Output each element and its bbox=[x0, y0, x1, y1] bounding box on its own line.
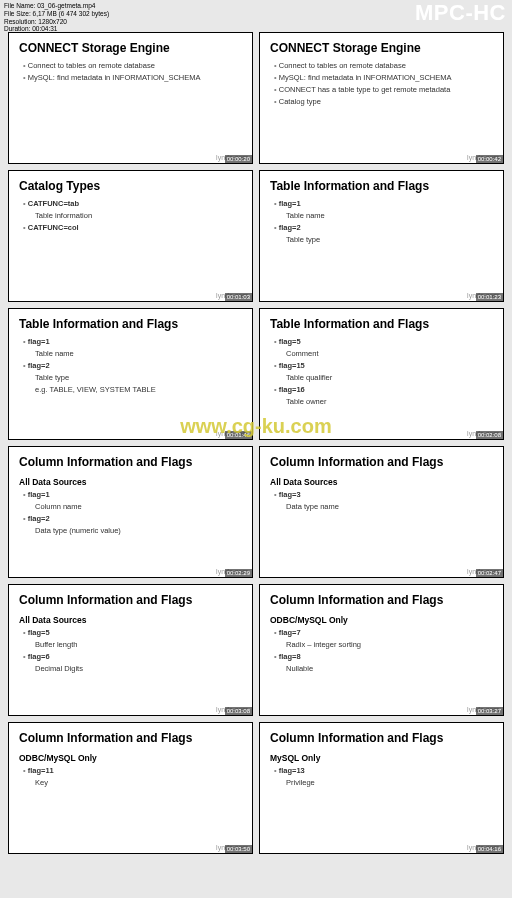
bullet: flag=5 bbox=[274, 337, 493, 346]
bullet: flag=13 bbox=[274, 766, 493, 775]
sub-item: Table owner bbox=[286, 397, 493, 406]
thumbnail[interactable]: Column Information and Flags ODBC/MySQL … bbox=[8, 722, 253, 854]
slide-title: CONNECT Storage Engine bbox=[270, 41, 493, 55]
timestamp: 00:03:27 bbox=[476, 707, 503, 715]
sub-item: Table name bbox=[35, 349, 242, 358]
bullet: MySQL: find metadata in INFORMATION_SCHE… bbox=[274, 73, 493, 82]
bullet: MySQL: find metadata in INFORMATION_SCHE… bbox=[23, 73, 242, 82]
timestamp: 00:01:03 bbox=[225, 293, 252, 301]
slide-title: Catalog Types bbox=[19, 179, 242, 193]
thumbnail[interactable]: Catalog Types CATFUNC=tab Table informat… bbox=[8, 170, 253, 302]
bullet: flag=7 bbox=[274, 628, 493, 637]
timestamp: 00:04:16 bbox=[476, 845, 503, 853]
timestamp: 00:00:20 bbox=[225, 155, 252, 163]
sub-item: Table information bbox=[35, 211, 242, 220]
file-info: File Name: 03_06-getmeta.mp4 File Size: … bbox=[4, 2, 109, 33]
file-name-line: File Name: 03_06-getmeta.mp4 bbox=[4, 2, 109, 10]
thumbnail[interactable]: Column Information and Flags ODBC/MySQL … bbox=[259, 584, 504, 716]
slide-subtitle: All Data Sources bbox=[270, 477, 493, 487]
app-watermark: MPC-HC bbox=[415, 0, 506, 26]
bullet: flag=15 bbox=[274, 361, 493, 370]
bullet: flag=1 bbox=[23, 337, 242, 346]
timestamp: 00:03:50 bbox=[225, 845, 252, 853]
bullet: CONNECT has a table type to get remote m… bbox=[274, 85, 493, 94]
thumbnail[interactable]: CONNECT Storage Engine Connect to tables… bbox=[259, 32, 504, 164]
slide-title: Column Information and Flags bbox=[270, 593, 493, 607]
timestamp: 00:02:08 bbox=[476, 431, 503, 439]
sub-item: Data type (numeric value) bbox=[35, 526, 242, 535]
slide-title: Column Information and Flags bbox=[19, 593, 242, 607]
bullet: CATFUNC=col bbox=[23, 223, 242, 232]
bullet: CATFUNC=tab bbox=[23, 199, 242, 208]
timestamp: 00:03:08 bbox=[225, 707, 252, 715]
slide-title: Table Information and Flags bbox=[19, 317, 242, 331]
slide-title: Column Information and Flags bbox=[270, 731, 493, 745]
slide-subtitle: ODBC/MySQL Only bbox=[19, 753, 242, 763]
bullet: flag=1 bbox=[274, 199, 493, 208]
bullet: Connect to tables on remote database bbox=[23, 61, 242, 70]
slide-title: Column Information and Flags bbox=[19, 731, 242, 745]
bullet: flag=8 bbox=[274, 652, 493, 661]
duration-line: Duration: 00:04:31 bbox=[4, 25, 109, 33]
bullet: flag=2 bbox=[274, 223, 493, 232]
thumbnail[interactable]: Column Information and Flags MySQL Only … bbox=[259, 722, 504, 854]
thumbnail[interactable]: CONNECT Storage Engine Connect to tables… bbox=[8, 32, 253, 164]
sub-item: Buffer length bbox=[35, 640, 242, 649]
sub-item: Privilege bbox=[286, 778, 493, 787]
timestamp: 00:02:29 bbox=[225, 569, 252, 577]
sub-item: Column name bbox=[35, 502, 242, 511]
bullet: flag=11 bbox=[23, 766, 242, 775]
bullet: flag=1 bbox=[23, 490, 242, 499]
slide-subtitle: MySQL Only bbox=[270, 753, 493, 763]
slide-subtitle: All Data Sources bbox=[19, 615, 242, 625]
sub-item: e.g. TABLE, VIEW, SYSTEM TABLE bbox=[35, 385, 242, 394]
sub-item: Data type name bbox=[286, 502, 493, 511]
slide-subtitle: ODBC/MySQL Only bbox=[270, 615, 493, 625]
sub-item: Table name bbox=[286, 211, 493, 220]
file-size-line: File Size: 6,17 MB (6 474 302 bytes) bbox=[4, 10, 109, 18]
slide-title: Column Information and Flags bbox=[19, 455, 242, 469]
slide-title: Table Information and Flags bbox=[270, 179, 493, 193]
sub-item: Table type bbox=[286, 235, 493, 244]
timestamp: 00:02:47 bbox=[476, 569, 503, 577]
bullet: flag=5 bbox=[23, 628, 242, 637]
slide-title: CONNECT Storage Engine bbox=[19, 41, 242, 55]
slide-subtitle: All Data Sources bbox=[19, 477, 242, 487]
slide-title: Table Information and Flags bbox=[270, 317, 493, 331]
thumbnail[interactable]: Column Information and Flags All Data So… bbox=[8, 584, 253, 716]
slide-title: Column Information and Flags bbox=[270, 455, 493, 469]
site-watermark: www.cg-ku.com bbox=[180, 415, 332, 438]
bullet: flag=6 bbox=[23, 652, 242, 661]
sub-item: Table type bbox=[35, 373, 242, 382]
bullet: Connect to tables on remote database bbox=[274, 61, 493, 70]
sub-item: Table qualifier bbox=[286, 373, 493, 382]
sub-item: Key bbox=[35, 778, 242, 787]
timestamp: 00:00:42 bbox=[476, 155, 503, 163]
sub-item: Nullable bbox=[286, 664, 493, 673]
bullet: Catalog type bbox=[274, 97, 493, 106]
bullet: flag=16 bbox=[274, 385, 493, 394]
thumbnail[interactable]: Table Information and Flags flag=1 Table… bbox=[259, 170, 504, 302]
bullet: flag=2 bbox=[23, 514, 242, 523]
sub-item: Decimal Digits bbox=[35, 664, 242, 673]
bullet: flag=3 bbox=[274, 490, 493, 499]
thumbnail[interactable]: Column Information and Flags All Data So… bbox=[8, 446, 253, 578]
bullet: flag=2 bbox=[23, 361, 242, 370]
sub-item: Radix – integer sorting bbox=[286, 640, 493, 649]
thumbnail[interactable]: Column Information and Flags All Data So… bbox=[259, 446, 504, 578]
timestamp: 00:01:23 bbox=[476, 293, 503, 301]
sub-item: Comment bbox=[286, 349, 493, 358]
resolution-line: Resolution: 1280x720 bbox=[4, 18, 109, 26]
